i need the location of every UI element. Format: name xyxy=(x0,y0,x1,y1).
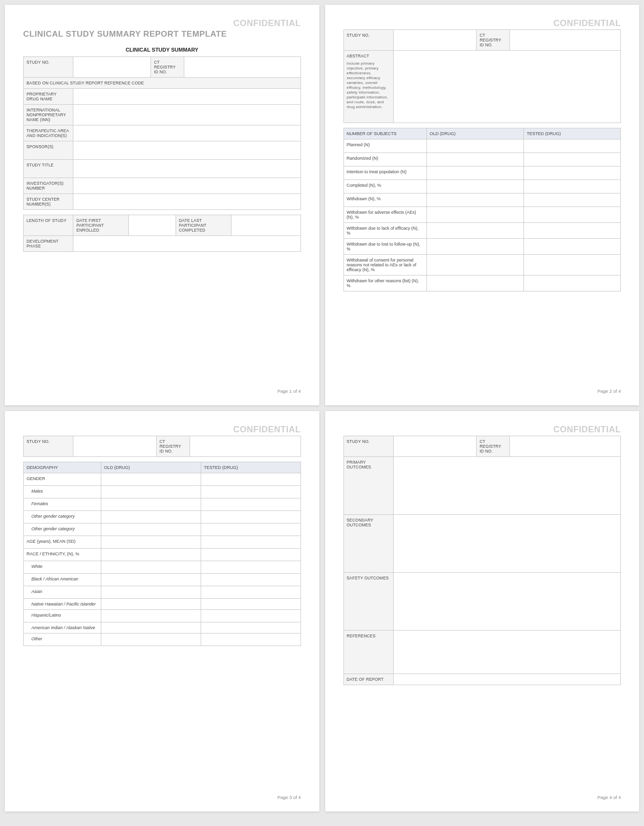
pages-grid: CONFIDENTIAL CLINICAL STUDY SUMMARY REPO… xyxy=(5,5,639,812)
row-withdrawn-other: Withdrawn for other reasons (list) (N), … xyxy=(343,275,426,291)
label-ct-registry: CT REGISTRY ID NO. xyxy=(151,57,184,78)
page-footer: Page 4 of 4 xyxy=(343,787,621,800)
label-safety-outcomes: SAFETY OUTCOMES xyxy=(343,573,393,631)
label-abstract: ABSTRACT Include primary objective, prim… xyxy=(343,51,393,123)
row-males: Males xyxy=(24,486,101,498)
page-footer: Page 1 of 4 xyxy=(23,381,301,394)
value-inn xyxy=(73,105,301,125)
value-safety-outcomes xyxy=(393,573,620,631)
header-table: STUDY NO. CT REGISTRY ID NO. PRIMARY OUT… xyxy=(343,436,621,685)
value-references xyxy=(393,631,620,674)
row-gender: GENDER xyxy=(24,473,101,486)
label-ct-registry: CT REGISTRY ID NO. xyxy=(156,436,190,457)
page-4: CONFIDENTIAL STUDY NO. CT REGISTRY ID NO… xyxy=(325,411,640,812)
label-study-no: STUDY NO. xyxy=(343,30,393,51)
header-tested-drug: TESTED (DRUG) xyxy=(201,462,301,473)
value-date-of-report xyxy=(393,674,620,685)
row-other-race: Other xyxy=(24,633,101,646)
demography-table: DEMOGRAPHY OLD (DRUG) TESTED (DRUG) GEND… xyxy=(23,462,301,646)
row-race: RACE / ETHNICITY, (N), % xyxy=(24,549,101,561)
value-ct-registry xyxy=(190,436,301,457)
document-title: CLINICAL STUDY SUMMARY REPORT TEMPLATE xyxy=(23,29,301,39)
label-inn: INTERNATIONAL NONPROPRIETARY NAME (INN) xyxy=(24,105,73,125)
section-heading: CLINICAL STUDY SUMMARY xyxy=(23,47,301,53)
row-age: AGE (years), MEAN (SD) xyxy=(24,536,101,549)
value-sponsor xyxy=(73,141,301,160)
row-females: Females xyxy=(24,498,101,511)
label-study-no: STUDY NO. xyxy=(24,436,73,457)
value-dev-phase xyxy=(73,236,301,252)
value-ct-registry xyxy=(510,30,621,51)
row-itt: Intention to treat population (N) xyxy=(343,166,426,180)
label-length: LENGTH OF STUDY xyxy=(24,215,73,236)
header-old-drug: OLD (DRUG) xyxy=(101,462,201,473)
row-withdrawn-lost: Withdrawn due to lost to follow-up (N), … xyxy=(343,239,426,255)
row-other-gender-1: Other gender category xyxy=(24,511,101,523)
value-study-no xyxy=(393,30,476,51)
value-investigator xyxy=(73,178,301,194)
value-date-first xyxy=(129,215,176,236)
value-date-last xyxy=(231,215,301,236)
value-secondary-outcomes xyxy=(393,515,620,573)
header-demography: DEMOGRAPHY xyxy=(24,462,101,473)
value-study-title xyxy=(73,160,301,178)
subjects-table: NUMBER OF SUBJECTS OLD (DRUG) TESTED (DR… xyxy=(343,128,621,291)
row-hispanic: Hispanic/Latino xyxy=(24,610,101,622)
row-withdrawn: Withdrawn (N), % xyxy=(343,193,426,207)
row-asian: Asian xyxy=(24,586,101,599)
row-planned: Planned (N) xyxy=(343,139,426,153)
row-withdrawn-efficacy: Withdrawn due to lack of efficacy (N), % xyxy=(343,223,426,239)
header-tested-drug: TESTED (DRUG) xyxy=(523,128,620,139)
label-ct-registry: CT REGISTRY ID NO. xyxy=(477,436,510,457)
confidential-watermark: CONFIDENTIAL xyxy=(343,18,621,28)
label-ct-registry: CT REGISTRY ID NO. xyxy=(477,30,510,51)
header-table: STUDY NO. CT REGISTRY ID NO. ABSTRACT In… xyxy=(343,29,621,123)
page-3: CONFIDENTIAL STUDY NO. CT REGISTRY ID NO… xyxy=(5,411,319,812)
confidential-watermark: CONFIDENTIAL xyxy=(343,425,621,435)
row-white: White xyxy=(24,561,101,574)
confidential-watermark: CONFIDENTIAL xyxy=(23,18,301,28)
header-table: STUDY NO. CT REGISTRY ID NO. xyxy=(23,436,301,457)
value-center xyxy=(73,194,301,210)
label-primary-outcomes: PRIMARY OUTCOMES xyxy=(343,457,393,515)
label-sponsor: SPONSOR(S) xyxy=(24,141,73,160)
value-primary-outcomes xyxy=(393,457,620,515)
header-old-drug: OLD (DRUG) xyxy=(426,128,523,139)
summary-table: STUDY NO. CT REGISTRY ID NO. BASED ON CL… xyxy=(23,56,301,210)
row-randomized: Randomized (N) xyxy=(343,153,426,166)
label-based-on: BASED ON CLINICAL STUDY REPORT REFERENCE… xyxy=(24,78,301,89)
label-study-no: STUDY NO. xyxy=(24,57,73,78)
row-black: Black / African American xyxy=(24,574,101,586)
row-other-gender-2: Other gender category xyxy=(24,523,101,536)
page-footer: Page 2 of 4 xyxy=(343,381,621,394)
label-therapeutic: THERAPEUTIC AREA AND INDICATION(S) xyxy=(24,125,73,141)
row-withdrawn-consent: Withdrawal of consent for personal reaso… xyxy=(343,255,426,275)
confidential-watermark: CONFIDENTIAL xyxy=(23,425,301,435)
row-completed: Completed (N), % xyxy=(343,180,426,193)
value-proprietary xyxy=(73,89,301,105)
label-secondary-outcomes: SECONDARY OUTCOMES xyxy=(343,515,393,573)
value-ct-registry xyxy=(510,436,621,457)
label-references: REFERENCES xyxy=(343,631,393,674)
value-study-no xyxy=(73,57,151,78)
label-proprietary: PROPRIETARY DRUG NAME xyxy=(24,89,73,105)
value-study-no xyxy=(73,436,156,457)
value-abstract xyxy=(393,51,620,123)
value-study-no xyxy=(393,436,476,457)
row-native-hawaiian: Native Hawaiian / Pacific Islander xyxy=(24,599,101,610)
label-date-first: DATE FIRST PARTICIPANT ENROLLED xyxy=(73,215,129,236)
label-date-of-report: DATE OF REPORT xyxy=(343,674,393,685)
value-ct-registry xyxy=(184,57,301,78)
abstract-note: Include primary objective, primary effec… xyxy=(347,61,390,110)
label-date-last: DATE LAST PARTICIPANT COMPLETED xyxy=(176,215,231,236)
row-withdrawn-ae: Withdrawn for adverse effects (AEs) (N),… xyxy=(343,207,426,223)
page-footer: Page 3 of 4 xyxy=(23,787,301,800)
row-american-indian: American Indian / Alaskan Native xyxy=(24,622,101,633)
value-therapeutic xyxy=(73,125,301,141)
abstract-title: ABSTRACT xyxy=(347,54,390,58)
label-investigator: INVESTIGATOR(S) NUMBER xyxy=(24,178,73,194)
header-subjects: NUMBER OF SUBJECTS xyxy=(343,128,426,139)
label-center: STUDY CENTER NUMBER(S) xyxy=(24,194,73,210)
label-dev-phase: DEVELOPMENT PHASE xyxy=(24,236,73,252)
page-1: CONFIDENTIAL CLINICAL STUDY SUMMARY REPO… xyxy=(5,5,319,405)
